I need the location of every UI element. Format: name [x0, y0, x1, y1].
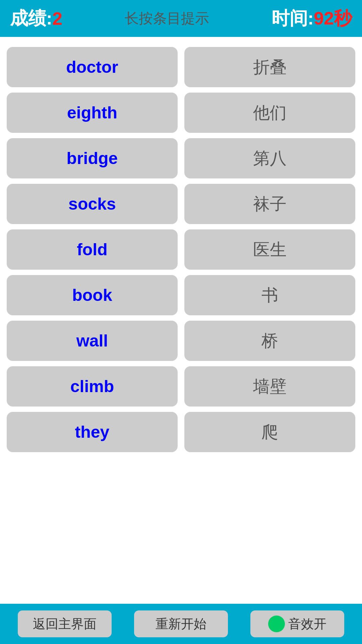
chinese-word-button[interactable]: 折叠 [184, 47, 355, 87]
english-word-button[interactable]: doctor [7, 47, 178, 87]
chinese-word-button[interactable]: 书 [184, 275, 355, 315]
english-word-button[interactable]: eighth [7, 93, 178, 133]
chinese-word-button[interactable]: 袜子 [184, 184, 355, 224]
english-word-button[interactable]: book [7, 275, 178, 315]
score-label: 成绩: [10, 6, 52, 31]
chinese-word-button[interactable]: 桥 [184, 321, 355, 361]
chinese-column: 折叠他们第八袜子医生书桥墙壁爬 [184, 47, 355, 597]
header: 成绩: 2 长按条目提示 时间: 92秒 [0, 0, 362, 37]
english-column: doctoreighthbridgesocksfoldbookwallclimb… [7, 47, 178, 597]
english-word-button[interactable]: socks [7, 184, 178, 224]
sound-label: 音效开 [288, 615, 326, 633]
hint-label: 长按条目提示 [125, 9, 209, 28]
time-value: 92秒 [314, 6, 352, 31]
english-word-button[interactable]: they [7, 412, 178, 452]
chinese-word-button[interactable]: 医生 [184, 229, 355, 270]
main-content: doctoreighthbridgesocksfoldbookwallclimb… [0, 37, 362, 604]
chinese-word-button[interactable]: 爬 [184, 412, 355, 452]
chinese-word-button[interactable]: 他们 [184, 93, 355, 133]
word-columns: doctoreighthbridgesocksfoldbookwallclimb… [7, 47, 355, 597]
english-word-button[interactable]: climb [7, 366, 178, 407]
score-section: 成绩: 2 [10, 6, 62, 31]
footer: 返回主界面 重新开始 音效开 [0, 604, 362, 644]
time-label: 时间: [272, 6, 314, 31]
toggle-indicator [268, 615, 285, 632]
score-value: 2 [52, 8, 62, 29]
time-section: 时间: 92秒 [272, 6, 352, 31]
english-word-button[interactable]: bridge [7, 138, 178, 178]
english-word-button[interactable]: fold [7, 229, 178, 270]
chinese-word-button[interactable]: 第八 [184, 138, 355, 178]
sound-toggle-button[interactable]: 音效开 [250, 610, 344, 637]
chinese-word-button[interactable]: 墙壁 [184, 366, 355, 407]
restart-button[interactable]: 重新开始 [134, 610, 228, 637]
back-button[interactable]: 返回主界面 [18, 610, 112, 637]
english-word-button[interactable]: wall [7, 321, 178, 361]
